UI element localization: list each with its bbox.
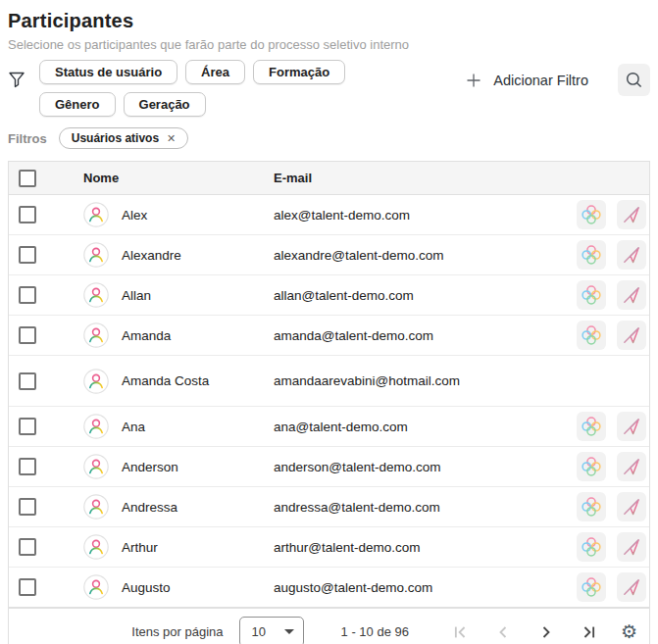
row-checkbox[interactable] bbox=[19, 578, 36, 596]
column-header-email: E-mail bbox=[274, 171, 559, 185]
previous-page-button[interactable] bbox=[481, 619, 525, 644]
send-plane-icon-button[interactable] bbox=[617, 492, 646, 521]
send-plane-icon-button[interactable] bbox=[617, 200, 646, 229]
select-all-checkbox[interactable] bbox=[19, 170, 36, 187]
groups-clover-icon-button[interactable] bbox=[577, 492, 606, 521]
row-checkbox[interactable] bbox=[19, 206, 36, 223]
page-size-value: 10 bbox=[252, 624, 266, 639]
participants-table: Nome E-mail Alex alex@talent-demo.com Al… bbox=[8, 161, 650, 609]
groups-clover-icon-button[interactable] bbox=[577, 280, 606, 310]
participant-name: Allan bbox=[122, 288, 151, 303]
page-range-label: 1 - 10 de 96 bbox=[341, 624, 409, 639]
participant-name: Augusto bbox=[122, 580, 171, 595]
column-header-nome: Nome bbox=[68, 171, 274, 185]
participants-page: Participantes Selecione os participantes… bbox=[0, 0, 658, 644]
send-plane-icon-button[interactable] bbox=[617, 280, 646, 310]
table-row: Amanda amanda@talent-demo.com bbox=[9, 316, 649, 356]
page-size-select[interactable]: 10 bbox=[239, 617, 304, 644]
avatar bbox=[83, 534, 109, 560]
table-row: Alex alex@talent-demo.com bbox=[9, 195, 649, 235]
send-plane-icon-button[interactable] bbox=[617, 452, 646, 481]
groups-clover-icon-button[interactable] bbox=[577, 572, 606, 602]
avatar bbox=[83, 322, 109, 348]
participant-email: alexandre@talent-demo.com bbox=[274, 248, 559, 263]
filter-category-geracao[interactable]: Geração bbox=[124, 92, 206, 117]
send-plane-icon-button[interactable] bbox=[617, 321, 646, 350]
groups-clover-icon-button[interactable] bbox=[577, 321, 606, 350]
send-plane-icon-button[interactable] bbox=[617, 240, 646, 270]
last-page-button[interactable] bbox=[568, 619, 611, 644]
page-title: Participantes bbox=[8, 10, 650, 32]
participant-name: Arthur bbox=[122, 540, 158, 555]
chevron-down-icon bbox=[284, 629, 294, 634]
participant-name: Anderson bbox=[122, 460, 178, 474]
participant-name: Alex bbox=[122, 208, 147, 223]
send-plane-icon-button[interactable] bbox=[617, 572, 646, 602]
filter-category-chips: Status de usuário Área Formação Gênero G… bbox=[39, 60, 410, 117]
row-checkbox[interactable] bbox=[19, 458, 36, 475]
participant-name: Ana bbox=[122, 420, 145, 434]
table-row: Amanda Costa amandaarevabini@hotmail.com bbox=[9, 356, 649, 407]
participant-email: anderson@talent-demo.com bbox=[274, 460, 559, 474]
paginator: Itens por página 10 1 - 10 de 96 ⚙ bbox=[8, 609, 650, 644]
row-checkbox[interactable] bbox=[19, 498, 36, 516]
add-filter-button[interactable]: Adicionar Filtro bbox=[465, 72, 588, 89]
avatar bbox=[83, 369, 109, 394]
groups-clover-icon-button[interactable] bbox=[577, 240, 606, 270]
avatar bbox=[83, 414, 109, 439]
filters-label: Filtros bbox=[8, 131, 47, 146]
avatar bbox=[83, 574, 109, 600]
participant-email: arthur@talent-demo.com bbox=[274, 540, 559, 555]
active-filter-chip-usuarios-ativos[interactable]: Usuários ativos ✕ bbox=[59, 127, 189, 149]
page-subtitle: Selecione os participantes que farão par… bbox=[8, 37, 650, 52]
search-icon bbox=[625, 71, 643, 89]
groups-clover-icon-button[interactable] bbox=[577, 412, 606, 441]
table-row: Andressa andressa@talent-demo.com bbox=[9, 487, 649, 527]
next-page-button[interactable] bbox=[525, 619, 568, 644]
filter-category-formacao[interactable]: Formação bbox=[253, 60, 345, 84]
table-row: Augusto augusto@talent-demo.com bbox=[9, 568, 649, 608]
filter-bar-right: Adicionar Filtro bbox=[465, 60, 650, 96]
row-checkbox[interactable] bbox=[19, 286, 36, 304]
search-button[interactable] bbox=[618, 64, 650, 96]
plus-icon bbox=[465, 72, 482, 89]
items-per-page-label: Itens por página bbox=[131, 624, 223, 639]
participant-name: Amanda bbox=[122, 328, 171, 343]
participant-email: allan@talent-demo.com bbox=[274, 288, 559, 303]
filter-funnel-icon bbox=[8, 60, 31, 92]
first-page-button[interactable] bbox=[438, 619, 481, 644]
row-checkbox[interactable] bbox=[19, 246, 36, 264]
avatar bbox=[83, 494, 109, 520]
groups-clover-icon-button[interactable] bbox=[577, 532, 606, 562]
remove-filter-icon[interactable]: ✕ bbox=[167, 132, 176, 145]
filter-category-area[interactable]: Área bbox=[185, 60, 245, 84]
participant-email: alex@talent-demo.com bbox=[274, 208, 559, 223]
add-filter-label: Adicionar Filtro bbox=[493, 73, 588, 88]
participant-email: ana@talent-demo.com bbox=[274, 420, 559, 434]
participant-email: amandaarevabini@hotmail.com bbox=[274, 373, 559, 388]
send-plane-icon-button[interactable] bbox=[617, 412, 646, 441]
active-filters-row: Filtros Usuários ativos ✕ bbox=[8, 127, 650, 149]
filter-category-genero[interactable]: Gênero bbox=[39, 92, 116, 117]
participant-name: Andressa bbox=[122, 500, 177, 515]
avatar bbox=[83, 454, 109, 479]
table-row: Alexandre alexandre@talent-demo.com bbox=[9, 235, 649, 275]
participant-email: amanda@talent-demo.com bbox=[274, 328, 559, 343]
row-checkbox[interactable] bbox=[19, 538, 36, 556]
participant-email: andressa@talent-demo.com bbox=[274, 500, 559, 515]
avatar bbox=[83, 282, 109, 308]
pagination-nav bbox=[438, 619, 611, 644]
table-row: Allan allan@talent-demo.com bbox=[9, 275, 649, 316]
row-checkbox[interactable] bbox=[19, 326, 36, 344]
row-checkbox[interactable] bbox=[19, 418, 36, 435]
settings-gear-icon[interactable]: ⚙ bbox=[621, 622, 637, 641]
groups-clover-icon-button[interactable] bbox=[577, 452, 606, 481]
active-filter-chip-label: Usuários ativos bbox=[72, 131, 159, 145]
table-row: Ana ana@talent-demo.com bbox=[9, 407, 649, 447]
table-row: Anderson anderson@talent-demo.com bbox=[9, 447, 649, 487]
send-plane-icon-button[interactable] bbox=[617, 532, 646, 562]
filter-category-status-de-usuario[interactable]: Status de usuário bbox=[39, 60, 177, 84]
groups-clover-icon-button[interactable] bbox=[577, 200, 606, 229]
participant-email: augusto@talent-demo.com bbox=[274, 580, 559, 595]
row-checkbox[interactable] bbox=[19, 372, 36, 390]
